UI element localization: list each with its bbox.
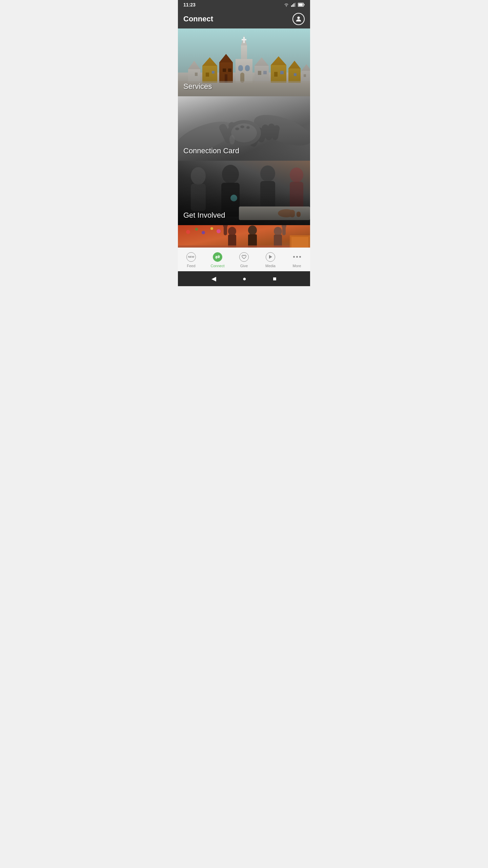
play-icon <box>268 255 272 259</box>
person-icon <box>295 15 302 23</box>
svg-rect-2 <box>293 3 294 7</box>
nav-item-connect[interactable]: Connect <box>204 252 231 268</box>
media-label: Media <box>265 264 276 268</box>
svg-point-84 <box>195 228 198 231</box>
svg-point-94 <box>274 227 282 236</box>
svg-rect-100 <box>291 237 308 248</box>
svg-point-87 <box>217 229 221 233</box>
svg-rect-76 <box>241 212 302 213</box>
content-area: Services <box>178 28 310 248</box>
svg-point-92 <box>248 225 257 235</box>
more-icon-wrapper <box>291 252 302 262</box>
svg-point-88 <box>228 227 236 236</box>
svg-point-69 <box>230 195 237 201</box>
get-involved-card[interactable]: Get Involved <box>178 161 310 225</box>
nav-item-give[interactable]: Give <box>231 252 257 268</box>
more-dots-icon <box>293 256 301 258</box>
home-button[interactable]: ● <box>243 275 246 282</box>
dot-1 <box>293 256 295 258</box>
svg-rect-79 <box>290 210 295 217</box>
media-icon-wrapper <box>265 252 276 262</box>
status-icons <box>284 3 305 7</box>
svg-rect-3 <box>295 3 296 7</box>
svg-point-78 <box>278 209 295 217</box>
app-bar: Connect <box>178 9 310 28</box>
svg-rect-5 <box>304 4 305 5</box>
svg-rect-1 <box>292 4 293 7</box>
connection-card-label: Connection Card <box>183 146 239 155</box>
kids-bg <box>178 225 310 248</box>
connect-label: Connect <box>211 264 225 268</box>
wifi-icon <box>284 3 289 7</box>
dot-2 <box>296 256 298 258</box>
connect-icon <box>213 252 222 262</box>
profile-button[interactable] <box>292 13 305 25</box>
more-label: More <box>292 264 301 268</box>
svg-rect-74 <box>239 206 310 220</box>
get-involved-label: Get Involved <box>183 211 225 220</box>
give-icon <box>239 252 249 262</box>
status-time: 11:23 <box>183 2 196 7</box>
nav-item-media[interactable]: Media <box>257 252 284 268</box>
bottom-nav: NEW Feed Connect Give <box>178 248 310 271</box>
svg-rect-80 <box>297 212 301 217</box>
kids-card[interactable] <box>178 225 310 248</box>
recent-button[interactable]: ■ <box>273 275 277 282</box>
signal-icon <box>291 3 296 7</box>
svg-rect-0 <box>291 5 292 7</box>
svg-point-86 <box>210 227 213 230</box>
heart-icon <box>242 255 246 259</box>
feed-icon-wrapper: NEW <box>186 252 197 262</box>
services-card[interactable]: Services <box>178 28 310 96</box>
svg-point-85 <box>202 231 205 234</box>
svg-marker-101 <box>269 255 272 259</box>
give-icon-wrapper <box>239 252 249 262</box>
nav-item-feed[interactable]: NEW Feed <box>178 252 204 268</box>
svg-rect-77 <box>241 214 295 216</box>
media-icon <box>266 252 275 262</box>
give-label: Give <box>240 264 248 268</box>
connect-icon-wrapper <box>212 252 223 262</box>
connection-card[interactable]: Connection Card <box>178 96 310 161</box>
system-nav-bar: ◀ ● ■ <box>178 271 310 286</box>
swap-arrows-icon <box>215 254 220 260</box>
svg-rect-6 <box>299 4 303 6</box>
app-title: Connect <box>183 15 213 23</box>
back-button[interactable]: ◀ <box>211 275 216 282</box>
nav-item-more[interactable]: More <box>284 252 310 268</box>
feed-label: Feed <box>187 264 195 268</box>
svg-point-83 <box>186 230 190 234</box>
status-bar: 11:23 <box>178 0 310 9</box>
battery-icon <box>298 3 305 7</box>
svg-point-7 <box>297 17 300 19</box>
kids-visual <box>178 225 310 248</box>
feed-icon: NEW <box>186 252 196 262</box>
dot-3 <box>299 256 301 258</box>
services-label: Services <box>183 82 212 91</box>
svg-rect-75 <box>241 208 307 210</box>
